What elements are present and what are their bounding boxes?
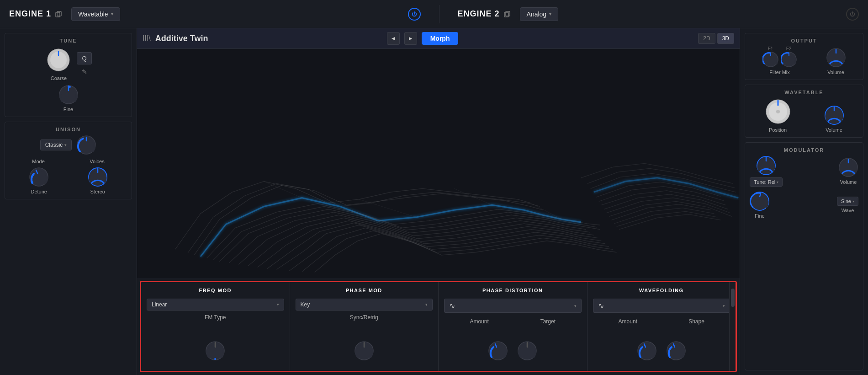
scroll-handle[interactable] [731, 289, 735, 307]
copy-icon-engine2[interactable] [503, 11, 511, 18]
phase-mod-section: PHASE MOD Key Sync/Retrig [290, 282, 439, 371]
phase-mod-knob-container [354, 341, 374, 361]
engine2-power-button[interactable] [846, 8, 859, 21]
freq-mod-knob-container [205, 341, 225, 361]
position-label: Position [769, 127, 787, 133]
wt-volume-container: Volume [824, 105, 844, 133]
mod-fine-knob[interactable] [750, 191, 770, 211]
freq-mod-label: FREQ MOD [147, 288, 284, 293]
f1-label: F1 [768, 46, 773, 51]
wf-shape-knob[interactable] [666, 341, 686, 361]
modulator-section: MODULATOR Tune: Rel [745, 142, 863, 370]
pd-amount-label: Amount [470, 318, 488, 325]
phase-mod-knob[interactable] [354, 341, 374, 361]
stereo-knob-container: Stereo [88, 167, 108, 194]
output-volume-knob[interactable] [826, 48, 846, 68]
filter-mix-container: F1 F2 [762, 46, 797, 75]
pencil-button[interactable]: ✎ [77, 68, 91, 75]
prev-button[interactable]: ◄ [387, 32, 400, 45]
phase-distortion-shape-dropdown[interactable]: ∿ [444, 299, 582, 313]
freq-mod-type-dropdown[interactable]: Linear [147, 299, 284, 311]
mod-tune-container: Tune: Rel [750, 155, 783, 187]
stereo-knob[interactable] [88, 167, 108, 187]
fine-knob[interactable] [58, 85, 79, 105]
phase-mod-type-dropdown[interactable]: Key [296, 299, 433, 311]
engine1-label: ENGINE 1 [9, 9, 62, 19]
scrollbar[interactable] [729, 282, 736, 371]
wf-shape-label: Shape [688, 318, 704, 325]
mod-volume-container: Volume [838, 157, 858, 185]
next-button[interactable]: ► [404, 32, 417, 45]
output-section: OUTPUT F1 [745, 33, 863, 80]
mod-wave-container: Sine Wave [837, 197, 858, 213]
modulator-label: MODULATOR [750, 147, 858, 153]
wt-volume-knob[interactable] [824, 105, 844, 125]
stereo-label: Stereo [90, 189, 105, 194]
wavetable-visualization[interactable] [137, 49, 740, 278]
copy-icon-engine1[interactable] [55, 11, 62, 18]
mod-volume-knob[interactable] [838, 157, 858, 177]
wavetable-header: III\ Additive Twin ◄ ► Morph 2D 3D [137, 28, 740, 49]
pd-target-knob[interactable] [517, 341, 537, 361]
freq-mod-section: FREQ MOD Linear FM Type [141, 282, 290, 371]
wf-amount-knob-container [637, 341, 657, 361]
tune-label: TUNE [10, 38, 127, 43]
engine2-type-dropdown[interactable]: Analog [520, 7, 559, 21]
coarse-knob-container: Coarse [45, 46, 72, 81]
q-button[interactable]: Q [77, 52, 91, 64]
f2-knob[interactable] [781, 51, 797, 68]
filter-mix-label: Filter Mix [769, 70, 790, 75]
fine-label: Fine [64, 107, 73, 112]
pd-amount-knob-container [488, 341, 508, 361]
tune-section: TUNE Coarse [5, 33, 132, 117]
phase-mod-label: PHASE MOD [296, 288, 433, 293]
tune-rel-dropdown[interactable]: Tune: Rel [750, 177, 783, 187]
pd-target-knob-container [517, 341, 537, 361]
left-panel: TUNE Coarse [0, 28, 137, 375]
view-2d-button[interactable]: 2D [698, 33, 715, 44]
right-panel: OUTPUT F1 [740, 28, 868, 375]
sine-wave-dropdown[interactable]: Sine [837, 197, 858, 206]
wavefolding-shape-dropdown[interactable]: ∿ [593, 299, 730, 313]
header-bar: ENGINE 1 Wavetable ENGINE 2 Analog [0, 0, 868, 28]
morph-button[interactable]: Morph [422, 32, 459, 45]
position-knob-container: Position [764, 98, 792, 133]
f2-label: F2 [786, 46, 792, 51]
view-3d-button[interactable]: 3D [717, 33, 734, 44]
output-label: OUTPUT [750, 38, 858, 43]
voices-knob-container [76, 135, 96, 155]
view-mode-group: 2D 3D [698, 33, 734, 44]
detune-label: Detune [31, 189, 47, 194]
freq-mod-sub-label: FM Type [147, 314, 284, 321]
wf-shape-knob-container [666, 341, 686, 361]
engine1-power-button[interactable] [408, 8, 421, 21]
f1-knob[interactable] [762, 51, 779, 68]
voices-knob[interactable] [76, 135, 96, 155]
engine-separator [439, 5, 439, 23]
wavefolding-section: WAVEFOLDING ∿ Amount Shape [587, 282, 736, 371]
mod-fine-label: Fine [755, 213, 764, 219]
unison-mode-dropdown[interactable]: Classic [40, 139, 72, 150]
pd-amount-knob[interactable] [488, 341, 508, 361]
wavetable-right-label: WAVETABLE [750, 90, 858, 95]
voices-sub-label: Voices [90, 159, 104, 164]
svg-point-43 [776, 110, 780, 113]
mode-sub-label: Mode [32, 159, 45, 164]
freq-mod-knob[interactable] [205, 341, 225, 361]
wf-amount-knob[interactable] [637, 341, 657, 361]
wavetable-name: Additive Twin [155, 34, 382, 43]
svg-rect-17 [137, 49, 740, 278]
engine1-type-dropdown[interactable]: Wavetable [71, 7, 120, 21]
output-volume-container: Volume [826, 48, 846, 75]
detune-knob[interactable] [29, 167, 49, 187]
mod-tune-knob[interactable] [756, 155, 776, 176]
output-volume-label: Volume [827, 70, 844, 75]
wt-volume-label: Volume [826, 127, 842, 133]
position-knob[interactable] [764, 98, 792, 125]
fine-knob-container: Fine [10, 85, 127, 112]
wf-amount-label: Amount [619, 318, 637, 325]
phase-distortion-label: PHASE DISTORTION [444, 288, 582, 293]
phase-mod-sub-label: Sync/Retrig [296, 314, 433, 321]
coarse-knob[interactable] [45, 46, 72, 74]
unison-label: UNISON [10, 127, 127, 132]
